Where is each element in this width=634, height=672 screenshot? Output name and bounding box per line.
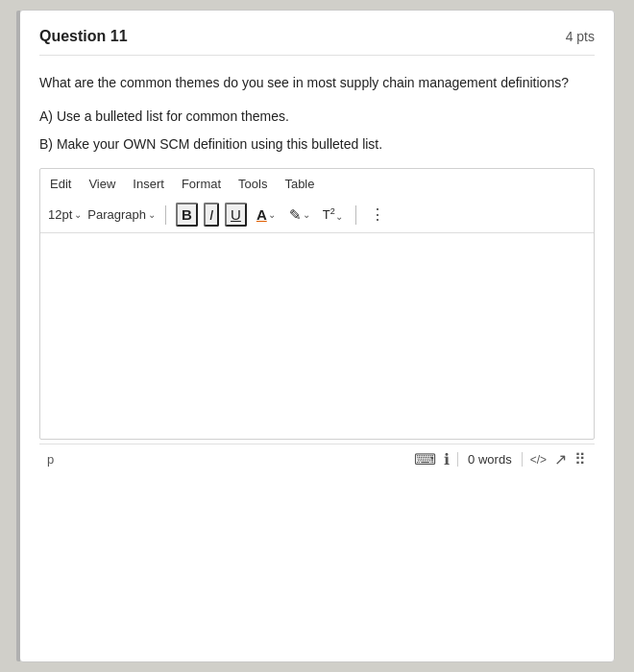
question-body: What are the common themes do you see in… (39, 73, 595, 155)
keyboard-icon[interactable]: ⌨ (414, 450, 436, 468)
editor-container: Edit View Insert Format Tools Table 12pt… (39, 168, 595, 440)
superscript-chevron: ⌄ (335, 211, 343, 222)
highlight-button[interactable]: ✎ ⌄ (285, 204, 314, 226)
font-color-chevron: ⌄ (268, 209, 276, 220)
status-bar: p ⌨ ℹ 0 words </> ↗ ⠿ (39, 444, 595, 472)
paragraph-style-selector[interactable]: Paragraph ⌄ (87, 207, 156, 222)
question-title: Question 11 (39, 28, 128, 45)
menu-edit[interactable]: Edit (48, 175, 73, 193)
font-color-button[interactable]: A ⌄ (253, 204, 280, 225)
menu-bar: Edit View Insert Format Tools Table (40, 169, 594, 199)
highlight-chevron: ⌄ (303, 209, 310, 220)
font-size-value: 12pt (48, 207, 72, 222)
paragraph-marker: p (47, 452, 54, 467)
menu-table[interactable]: Table (282, 175, 316, 193)
menu-view[interactable]: View (86, 175, 117, 193)
toolbar-separator-2 (355, 205, 356, 225)
underline-button[interactable]: U (225, 203, 247, 227)
status-right: ⌨ ℹ 0 words </> ↗ ⠿ (414, 450, 587, 468)
question-part-b: B) Make your OWN SCM definition using th… (39, 134, 595, 155)
paragraph-style-value: Paragraph (87, 207, 146, 222)
expand-button[interactable]: ↗ (554, 450, 567, 468)
info-icon[interactable]: ℹ (444, 450, 450, 468)
menu-insert[interactable]: Insert (131, 175, 166, 193)
menu-format[interactable]: Format (180, 175, 223, 193)
superscript-label: T2 (323, 206, 335, 222)
menu-tools[interactable]: Tools (236, 175, 269, 193)
question-card: Question 11 4 pts What are the common th… (19, 10, 615, 662)
code-button[interactable]: </> (530, 453, 547, 467)
editor-textarea[interactable] (40, 233, 594, 435)
paragraph-chevron: ⌄ (148, 209, 156, 220)
bold-button[interactable]: B (176, 203, 198, 227)
toolbar-separator-1 (165, 205, 166, 225)
superscript-button[interactable]: T2 ⌄ (320, 204, 346, 224)
font-color-label: A (256, 206, 267, 223)
question-text: What are the common themes do you see in… (39, 73, 595, 93)
question-points: 4 pts (566, 29, 595, 44)
word-count: 0 words (457, 452, 523, 467)
card-left-border (16, 11, 20, 661)
italic-button[interactable]: I (204, 203, 219, 227)
toolbar: 12pt ⌄ Paragraph ⌄ B I U A ⌄ ✎ ⌄ (40, 199, 594, 233)
question-header: Question 11 4 pts (39, 28, 595, 56)
font-size-selector[interactable]: 12pt ⌄ (48, 207, 82, 222)
more-options-button[interactable]: ⋮ (366, 204, 389, 226)
dots-button[interactable]: ⠿ (574, 450, 587, 468)
highlight-icon: ✎ (289, 206, 302, 224)
question-part-a: A) Use a bulleted list for common themes… (39, 107, 595, 127)
font-size-chevron: ⌄ (74, 209, 82, 220)
